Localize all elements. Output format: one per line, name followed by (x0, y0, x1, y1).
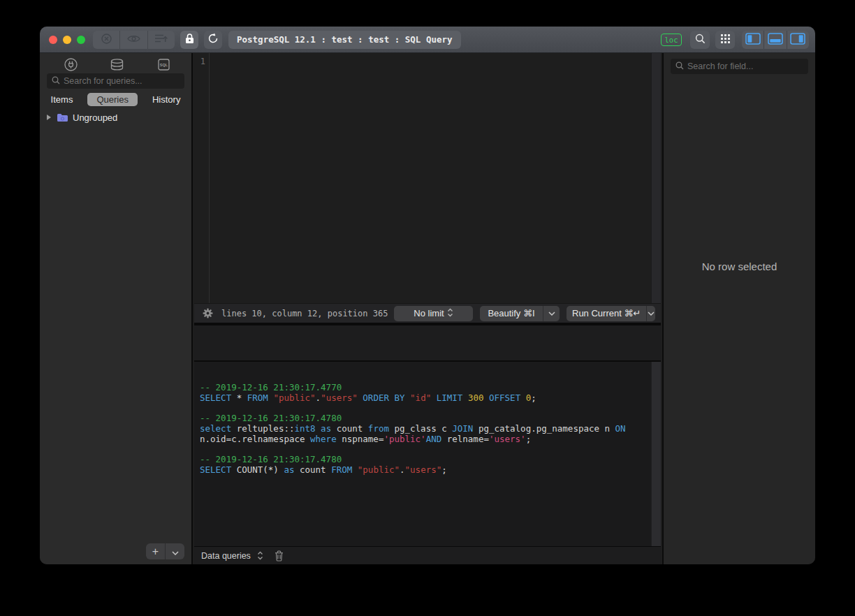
results-pane (194, 325, 661, 360)
database-icon[interactable] (109, 56, 126, 73)
field-search-input[interactable] (687, 61, 803, 71)
log-footer: Data queries (194, 546, 661, 564)
log-entry: -- 2019-12-16 21:30:17.4770SELECT * FROM… (200, 382, 644, 403)
search-icon (52, 75, 60, 87)
sidebar-nav-icons: SQL (40, 56, 191, 73)
close-item-button[interactable] (93, 31, 119, 49)
gear-icon[interactable] (203, 308, 213, 318)
refresh-icon (207, 33, 219, 47)
query-search-field (47, 73, 184, 89)
sidebar-tabs: Items Queries History (40, 91, 191, 107)
connection-plug-icon[interactable] (62, 56, 79, 73)
run-current-button[interactable]: Run Current ⌘↵ (567, 306, 655, 321)
tab-queries[interactable]: Queries (87, 93, 138, 106)
eye-icon (127, 34, 140, 46)
localhost-badge[interactable]: loc (661, 34, 682, 46)
beautify-menu-button[interactable] (543, 306, 560, 321)
log-filter-select[interactable] (257, 551, 263, 560)
add-query-button[interactable]: + (146, 543, 165, 559)
app-grid-icon (721, 34, 730, 46)
close-circle-icon (101, 33, 112, 47)
toolbar-item-actions (93, 31, 175, 49)
tree-item-ungrouped[interactable]: Ungrouped (40, 110, 191, 124)
toggle-right-panel-button[interactable] (787, 31, 809, 49)
traffic-lights (49, 36, 85, 44)
toggle-bottom-panel-button[interactable] (763, 31, 786, 49)
titlebar: PostgreSQL 12.1 : test : test : SQL Quer… (40, 27, 815, 53)
beautify-button[interactable]: Beautify ⌘I (480, 306, 560, 321)
log-timestamp: -- 2019-12-16 21:30:17.4780 (200, 454, 644, 464)
query-log-content: -- 2019-12-16 21:30:17.4770SELECT * FROM… (194, 362, 661, 475)
log-timestamp: -- 2019-12-16 21:30:17.4770 (200, 382, 644, 393)
editor-statusbar: lines 10, column 12, position 365 No lim… (194, 303, 661, 323)
panel-bottom-icon (768, 33, 783, 47)
search-icon (695, 34, 706, 47)
svg-text:SQL: SQL (159, 63, 168, 67)
commit-changes-button[interactable] (147, 31, 175, 49)
log-filter-label: Data queries (201, 551, 251, 561)
log-scrollbar[interactable] (651, 362, 661, 546)
main-column: 1 lines 10, column 12, position 365 No l… (194, 53, 661, 564)
add-query-controls: + (146, 543, 184, 559)
global-search-button[interactable] (690, 31, 710, 49)
sidebar: SQL Items Queries History Ungrouped + (40, 53, 193, 564)
sql-file-icon[interactable]: SQL (155, 56, 172, 73)
gutter-divider (209, 53, 210, 303)
panel-layout-toggles (742, 31, 809, 49)
beautify-label: Beautify ⌘I (480, 308, 543, 318)
row-limit-select[interactable]: No limit (394, 306, 473, 321)
query-search-input[interactable] (64, 76, 180, 86)
field-search-field (671, 59, 808, 74)
cursor-position-status: lines 10, column 12, position 365 (221, 309, 388, 318)
refresh-button[interactable] (204, 31, 222, 49)
tree-item-label: Ungrouped (73, 112, 117, 123)
log-entry: -- 2019-12-16 21:30:17.4780SELECT COUNT(… (200, 454, 644, 475)
editor-scrollbar[interactable] (651, 53, 661, 303)
run-menu-button[interactable] (646, 306, 655, 321)
search-icon (675, 60, 684, 73)
clear-log-button[interactable] (275, 550, 284, 562)
close-window-button[interactable] (49, 36, 57, 44)
toggle-left-panel-button[interactable] (742, 31, 763, 49)
app-window: PostgreSQL 12.1 : test : test : SQL Quer… (40, 27, 815, 564)
disclosure-triangle-icon[interactable] (46, 114, 52, 121)
add-query-menu-button[interactable] (165, 543, 184, 559)
query-log[interactable]: -- 2019-12-16 21:30:17.4770SELECT * FROM… (194, 362, 661, 546)
lock-button[interactable] (180, 31, 198, 49)
log-timestamp: -- 2019-12-16 21:30:17.4780 (200, 413, 644, 423)
line-number: 1 (194, 57, 205, 66)
chevron-down-icon (172, 546, 179, 557)
row-limit-value: No limit (414, 308, 444, 318)
folder-icon (57, 113, 68, 122)
open-tabs-button[interactable] (715, 31, 735, 49)
stepper-icon (447, 308, 453, 319)
no-row-selected-message: No row selected (664, 261, 815, 272)
window-title: PostgreSQL 12.1 : test : test : SQL Quer… (228, 31, 461, 49)
panel-right-icon (790, 33, 805, 47)
sql-editor[interactable]: 1 (194, 53, 661, 303)
minimize-window-button[interactable] (63, 36, 71, 44)
preview-button[interactable] (119, 31, 147, 49)
tab-history[interactable]: History (149, 93, 183, 106)
panel-left-icon (745, 33, 761, 47)
lock-icon (185, 33, 194, 47)
log-entry: -- 2019-12-16 21:30:17.4780select reltup… (200, 413, 644, 444)
run-current-label: Run Current ⌘↵ (567, 308, 646, 318)
row-detail-panel: No row selected (662, 53, 815, 564)
tab-items[interactable]: Items (48, 93, 76, 106)
zoom-window-button[interactable] (77, 36, 85, 44)
commit-list-icon (154, 34, 168, 46)
